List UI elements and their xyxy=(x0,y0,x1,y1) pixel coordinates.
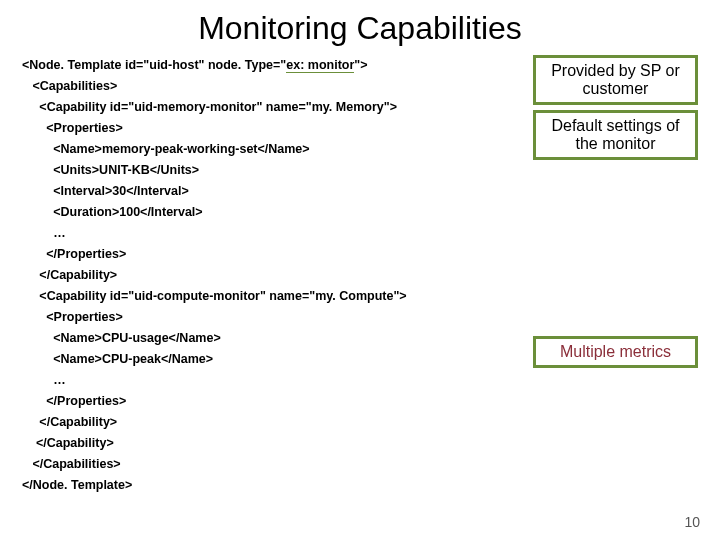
page-number: 10 xyxy=(684,514,700,530)
code-line: </Capability> xyxy=(22,433,407,454)
code-line: … xyxy=(22,223,407,244)
code-highlight-type: ex: monitor xyxy=(286,58,354,73)
code-line: </Properties> xyxy=(22,244,407,265)
code-line: <Name>memory-peak-working-set</Name> xyxy=(22,139,407,160)
code-line: </Capability> xyxy=(22,412,407,433)
code-line: <Properties> xyxy=(22,118,407,139)
slide-title: Monitoring Capabilities xyxy=(0,10,720,47)
code-line: <Capability id="uid-memory-monitor" name… xyxy=(22,97,407,118)
code-line: <Capabilities> xyxy=(22,76,407,97)
code-line: </Node. Template> xyxy=(22,475,407,496)
code-line: <Units>UNIT-KB</Units> xyxy=(22,160,407,181)
code-line: <Name>CPU-peak</Name> xyxy=(22,349,407,370)
code-line: <Duration>100</Interval> xyxy=(22,202,407,223)
code-line: <Name>CPU-usage</Name> xyxy=(22,328,407,349)
xml-code-block: <Node. Template id="uid-host" node. Type… xyxy=(22,55,407,496)
callout-multiple-metrics: Multiple metrics xyxy=(533,336,698,368)
code-line: </Capability> xyxy=(22,265,407,286)
code-line: </Capabilities> xyxy=(22,454,407,475)
code-line: <Node. Template id="uid-host" node. Type… xyxy=(22,55,407,76)
code-line: <Capability id="uid-compute-monitor" nam… xyxy=(22,286,407,307)
code-line: <Interval>30</Interval> xyxy=(22,181,407,202)
callout-default-settings: Default settings of the monitor xyxy=(533,110,698,160)
code-text: "> xyxy=(354,58,367,72)
code-line: … xyxy=(22,370,407,391)
callout-provided-by: Provided by SP or customer xyxy=(533,55,698,105)
code-line: <Properties> xyxy=(22,307,407,328)
code-text: <Node. Template id="uid-host" node. Type… xyxy=(22,58,286,72)
code-line: </Properties> xyxy=(22,391,407,412)
